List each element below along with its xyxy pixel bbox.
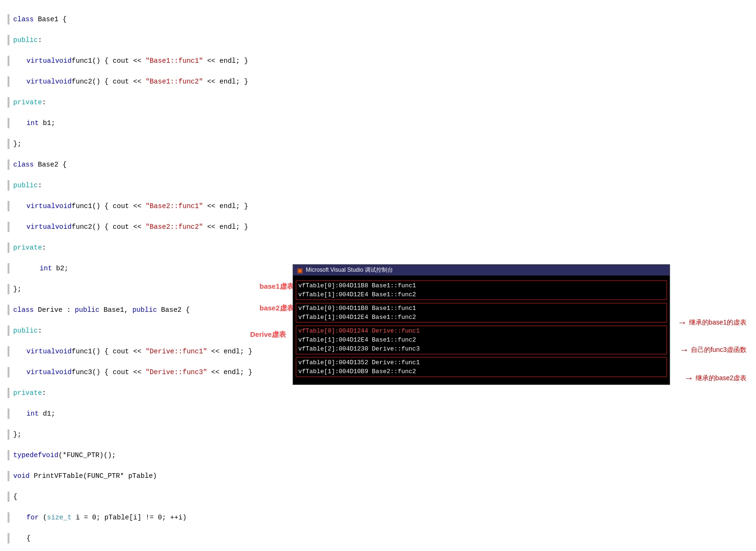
base2-label: base2虚表: [260, 304, 294, 313]
code-line: public:: [8, 180, 756, 191]
vf-row: vfTable[1]:004D10B9 Base2::func2: [298, 367, 664, 376]
code-line: public:: [8, 35, 756, 45]
vf-row: vfTable[0]:004D1244 Derive::func1: [298, 326, 664, 335]
code-line: private:: [8, 97, 756, 108]
code-line: virtual void func2() { cout << "Base2::f…: [8, 222, 756, 232]
code-line: private:: [8, 242, 756, 253]
code-line: for (size_t i = 0; pTable[i] != 0; ++i): [8, 512, 756, 523]
code-line: };: [8, 139, 756, 149]
base1-rows: vfTable[0]:004D11B8 Base1::func1 vfTable…: [296, 281, 666, 300]
code-line: void PrintVFTable(FUNC_PTR* pTable): [8, 471, 756, 481]
annot-func3: → 自己的func3虚函数: [680, 344, 747, 355]
code-line: {: [8, 533, 756, 543]
debug-title-bar: ▣ Microsoft Visual Studio 调试控制台: [293, 265, 670, 276]
derive-label: Derive虚表: [250, 330, 286, 339]
debug-console: ▣ Microsoft Visual Studio 调试控制台 vfTable[…: [293, 264, 670, 385]
code-line: int b1;: [8, 118, 756, 128]
code-line: virtual void func1() { cout << "Base2::f…: [8, 201, 756, 211]
base2-section: vfTable[0]:004D11B8 Base1::func1 vfTable…: [296, 303, 667, 323]
debug-content: vfTable[0]:004D11B8 Base1::func1 vfTable…: [293, 276, 670, 384]
derive-bottom-section: vfTable[0]:004D1352 Derive::func1 vfTabl…: [296, 357, 667, 377]
code-line: private:: [8, 388, 756, 398]
derive-bottom-rows: vfTable[0]:004D1352 Derive::func1 vfTabl…: [296, 358, 666, 376]
code-line: int d1;: [8, 409, 756, 419]
code-line: };: [8, 429, 756, 440]
code-line: virtual void func2() { cout << "Base1::f…: [8, 76, 756, 87]
annot-base1: → 继承的base1的虚表: [678, 317, 747, 328]
annot-base2: → 继承的base2虚表: [684, 373, 747, 384]
derive-top-rows: vfTable[0]:004D1244 Derive::func1 vfTabl…: [296, 326, 666, 354]
vf-row: vfTable[2]:004D1230 Derive::func3: [298, 344, 664, 353]
base1-label: base1虚表: [260, 282, 294, 291]
vf-row: vfTable[0]:004D1352 Derive::func1: [298, 358, 664, 367]
vf-row: vfTable[1]:004D12E4 Base1::func2: [298, 335, 664, 344]
derive-top-section: vfTable[0]:004D1244 Derive::func1 vfTabl…: [296, 326, 667, 354]
vs-icon: ▣: [297, 267, 303, 274]
base2-rows: vfTable[0]:004D11B8 Base1::func1 vfTable…: [296, 303, 666, 322]
code-line: typedef void(*FUNC_PTR)();: [8, 450, 756, 460]
debug-title-text: Microsoft Visual Studio 调试控制台: [306, 266, 393, 274]
code-line: virtual void func1() { cout << "Base1::f…: [8, 56, 756, 66]
base1-section: vfTable[0]:004D11B8 Base1::func1 vfTable…: [296, 280, 667, 300]
vf-row: vfTable[1]:004D12E4 Base1::func2: [298, 313, 664, 322]
code-line: class Base2 {: [8, 159, 756, 170]
vf-row: vfTable[0]:004D11B8 Base1::func1: [298, 304, 664, 313]
code-line: {: [8, 492, 756, 502]
vf-row: vfTable[0]:004D11B8 Base1::func1: [298, 281, 664, 290]
vf-row: vfTable[1]:004D12E4 Base1::func2: [298, 290, 664, 299]
code-line: class Base1 {: [8, 14, 756, 25]
